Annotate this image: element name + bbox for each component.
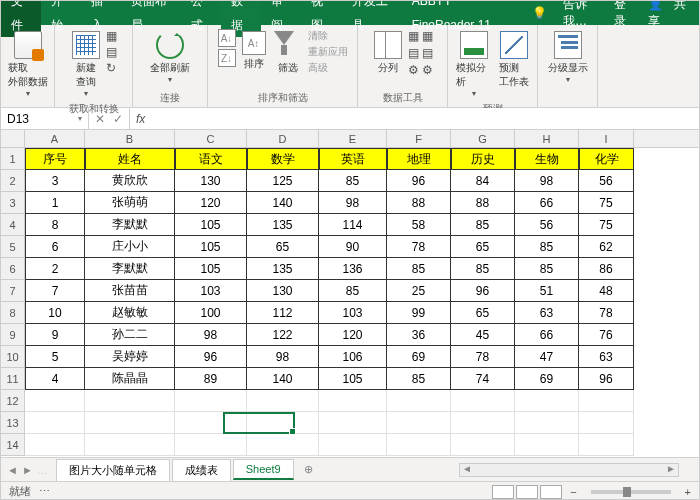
cell[interactable] (451, 390, 515, 412)
cell[interactable]: 化学 (579, 148, 634, 170)
cell[interactable]: 63 (579, 346, 634, 368)
select-all-corner[interactable] (1, 130, 25, 148)
sort-button[interactable]: A↕ 排序 (240, 29, 268, 73)
normal-view-button[interactable] (492, 485, 514, 499)
column-header[interactable]: G (451, 130, 515, 147)
cell[interactable]: 47 (515, 346, 579, 368)
whatif-button[interactable]: 模拟分析 ▾ (454, 29, 493, 100)
remove-dup-icon[interactable]: ▦ (422, 29, 433, 43)
cell[interactable]: 历史 (451, 148, 515, 170)
row-header[interactable]: 7 (1, 280, 25, 302)
cell[interactable]: 9 (25, 324, 85, 346)
reapply-button[interactable]: 重新应用 (308, 45, 348, 59)
cell[interactable]: 4 (25, 368, 85, 390)
column-header[interactable]: H (515, 130, 579, 147)
cell[interactable]: 140 (247, 192, 319, 214)
cell[interactable]: 74 (451, 368, 515, 390)
cell[interactable] (319, 434, 387, 456)
cell[interactable]: 140 (247, 368, 319, 390)
cell[interactable]: 105 (175, 214, 247, 236)
show-queries-icon[interactable]: ▦ (106, 29, 117, 43)
column-header[interactable]: A (25, 130, 85, 147)
column-header[interactable]: I (579, 130, 634, 147)
name-box[interactable]: D13▾ (1, 108, 89, 129)
cell[interactable]: 98 (175, 324, 247, 346)
sheet-tab[interactable]: 图片大小随单元格 (56, 459, 170, 481)
cell[interactable]: 张萌萌 (85, 192, 175, 214)
cell[interactable]: 数学 (247, 148, 319, 170)
cell[interactable]: 65 (451, 236, 515, 258)
cell[interactable]: 赵敏敏 (85, 302, 175, 324)
row-header[interactable]: 12 (1, 390, 25, 412)
cell[interactable]: 6 (25, 236, 85, 258)
cell[interactable]: 88 (387, 192, 451, 214)
cell[interactable]: 96 (451, 280, 515, 302)
cell[interactable]: 120 (319, 324, 387, 346)
cell[interactable]: 105 (319, 368, 387, 390)
row-header[interactable]: 6 (1, 258, 25, 280)
filter-button[interactable]: 筛选 (272, 29, 304, 77)
cell[interactable]: 76 (579, 324, 634, 346)
row-header[interactable]: 8 (1, 302, 25, 324)
cell[interactable]: 78 (387, 236, 451, 258)
row-header[interactable]: 13 (1, 412, 25, 434)
column-header[interactable]: E (319, 130, 387, 147)
cell[interactable]: 66 (515, 192, 579, 214)
cell[interactable] (247, 412, 319, 434)
cell[interactable]: 姓名 (85, 148, 175, 170)
row-header[interactable]: 3 (1, 192, 25, 214)
cell[interactable]: 5 (25, 346, 85, 368)
forecast-button[interactable]: 预测 工作表 (497, 29, 531, 91)
cell[interactable]: 85 (387, 368, 451, 390)
cell[interactable]: 地理 (387, 148, 451, 170)
spreadsheet-grid[interactable]: ABCDEFGHI 1234567891011121314 序号姓名语文数学英语… (1, 130, 699, 457)
cell[interactable]: 105 (175, 258, 247, 280)
column-header[interactable]: C (175, 130, 247, 147)
cell[interactable]: 62 (579, 236, 634, 258)
cell[interactable]: 李默默 (85, 258, 175, 280)
column-header[interactable]: F (387, 130, 451, 147)
accept-icon[interactable]: ✓ (113, 112, 123, 126)
cell[interactable]: 98 (247, 346, 319, 368)
cell[interactable]: 120 (175, 192, 247, 214)
cell[interactable] (25, 412, 85, 434)
cell[interactable] (247, 434, 319, 456)
sort-asc-button[interactable]: A↓ (218, 29, 236, 47)
cell[interactable]: 105 (175, 236, 247, 258)
cell[interactable]: 3 (25, 170, 85, 192)
cell[interactable] (25, 390, 85, 412)
relations-icon[interactable]: ⚙ (408, 63, 419, 77)
cell[interactable]: 85 (515, 236, 579, 258)
cell[interactable] (85, 390, 175, 412)
consolidate-icon[interactable]: ▤ (422, 46, 433, 60)
zoom-out-button[interactable]: − (570, 486, 576, 498)
cell[interactable]: 48 (579, 280, 634, 302)
from-table-icon[interactable]: ▤ (106, 45, 117, 59)
cell[interactable]: 63 (515, 302, 579, 324)
cell[interactable] (175, 390, 247, 412)
cell[interactable]: 112 (247, 302, 319, 324)
row-header[interactable]: 5 (1, 236, 25, 258)
outline-button[interactable]: 分级显示 ▾ (546, 29, 590, 86)
cell[interactable]: 106 (319, 346, 387, 368)
sort-desc-button[interactable]: Z↓ (218, 49, 236, 67)
refresh-all-button[interactable]: 全部刷新 ▾ (148, 29, 192, 86)
cell[interactable] (25, 434, 85, 456)
new-query-button[interactable]: 新建 查询 ▾ (70, 29, 102, 100)
cell[interactable]: 78 (579, 302, 634, 324)
cell[interactable]: 98 (515, 170, 579, 192)
cell[interactable]: 56 (515, 214, 579, 236)
cell[interactable]: 136 (319, 258, 387, 280)
flash-fill-icon[interactable]: ▦ (408, 29, 419, 43)
cell[interactable]: 2 (25, 258, 85, 280)
zoom-in-button[interactable]: + (685, 486, 691, 498)
cell[interactable]: 84 (451, 170, 515, 192)
cell[interactable] (85, 412, 175, 434)
cell[interactable]: 85 (451, 214, 515, 236)
cell[interactable]: 78 (451, 346, 515, 368)
validation-icon[interactable]: ▤ (408, 46, 419, 60)
row-header[interactable]: 11 (1, 368, 25, 390)
cell[interactable]: 85 (319, 170, 387, 192)
cell[interactable]: 130 (175, 170, 247, 192)
cell[interactable]: 7 (25, 280, 85, 302)
